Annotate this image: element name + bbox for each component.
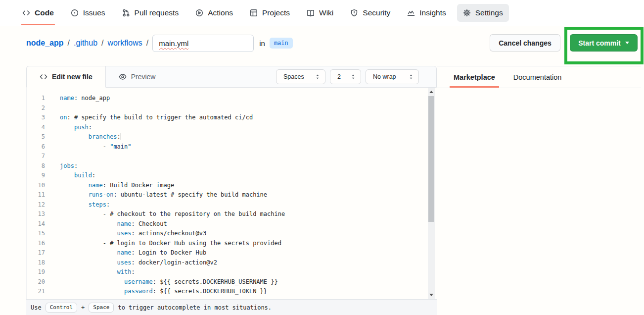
- code-line[interactable]: 19 with:: [27, 267, 437, 277]
- code-line[interactable]: 14 name: Checkout: [27, 219, 437, 229]
- editor-controls: Spaces 2 No wrap: [276, 66, 436, 87]
- nav-item-insights[interactable]: Insights: [401, 4, 452, 22]
- code-line[interactable]: 4 push:: [27, 123, 437, 133]
- text-cursor: [121, 133, 122, 140]
- start-commit-button[interactable]: Start commit: [570, 34, 638, 52]
- code-line[interactable]: 16 - # login to Docker Hub using the sec…: [27, 239, 437, 249]
- breadcrumb-workflows-link[interactable]: workflows: [108, 39, 142, 48]
- line-number: 20: [27, 277, 45, 287]
- wrap-mode-select[interactable]: No wrap: [366, 69, 419, 84]
- filename-input[interactable]: main.yml: [152, 35, 254, 52]
- control-key-badge: Control: [46, 303, 77, 313]
- code-line[interactable]: 2: [27, 104, 437, 113]
- nav-label: Security: [363, 8, 390, 17]
- code-line-text: name: Build Docker image: [60, 181, 174, 191]
- line-number: 9: [27, 171, 45, 181]
- nav-label: Actions: [208, 8, 233, 17]
- code-line-text: build:: [60, 171, 95, 181]
- issue-opened-icon: [71, 9, 79, 17]
- code-line[interactable]: 21 password: ${{ secrets.DOCKERHUB_TOKEN…: [27, 287, 437, 297]
- hint-text: to trigger autocomplete in most situatio…: [118, 304, 272, 311]
- code-line-text: steps:: [60, 200, 110, 210]
- graph-icon: [407, 9, 415, 17]
- code-line[interactable]: 12 steps:: [27, 200, 437, 210]
- scroll-up-arrow-icon[interactable]: [428, 88, 435, 96]
- tab-edit-new-file[interactable]: Edit new file: [26, 66, 106, 88]
- code-line[interactable]: 7: [27, 152, 437, 161]
- code-line-text: password: ${{ secrets.DOCKERHUB_TOKEN }}: [60, 287, 267, 297]
- code-line-text: - "main": [60, 142, 132, 152]
- line-number: 21: [27, 287, 45, 297]
- code-line[interactable]: 3on: # specify the build to trigger the …: [27, 113, 437, 123]
- up-down-arrows-icon: [350, 73, 357, 80]
- up-down-arrows-icon: [408, 73, 414, 80]
- line-number: 18: [27, 258, 45, 268]
- nav-item-actions[interactable]: Actions: [189, 4, 239, 22]
- scrollbar-thumb[interactable]: [428, 96, 434, 222]
- breadcrumb-github-link[interactable]: .github: [74, 39, 97, 48]
- nav-item-projects[interactable]: Projects: [244, 4, 296, 22]
- hint-joiner: +: [81, 304, 85, 311]
- nav-item-security[interactable]: Security: [344, 4, 396, 22]
- breadcrumb-repo-link[interactable]: node_app: [26, 39, 64, 48]
- tab-marketplace[interactable]: Marketplace: [454, 66, 495, 88]
- code-line-text: name: Login to Docker Hub: [60, 248, 206, 258]
- code-line[interactable]: 18 uses: docker/login-action@v2: [27, 258, 437, 268]
- scroll-down-arrow-icon[interactable]: [428, 291, 435, 299]
- code-line-text: uses: docker/login-action@v2: [60, 258, 217, 268]
- breadcrumb-separator: /: [146, 39, 148, 48]
- gear-icon: [463, 9, 471, 17]
- select-value: No wrap: [373, 73, 396, 80]
- nav-item-settings[interactable]: Settings: [457, 4, 509, 22]
- code-line[interactable]: 1name: node_app: [27, 94, 437, 104]
- code-line[interactable]: 5 branches:: [27, 132, 437, 142]
- code-line[interactable]: 17 name: Login to Docker Hub: [27, 248, 437, 258]
- line-number: 1: [27, 94, 45, 104]
- code-line-text: uses: actions/checkout@v3: [60, 229, 206, 239]
- nav-item-pull-requests[interactable]: Pull requests: [116, 4, 185, 22]
- breadcrumb-separator: /: [101, 39, 103, 48]
- code-line-text: name: node_app: [60, 94, 110, 104]
- code-line-text: - # login to Docker Hub using the secret…: [60, 239, 281, 249]
- up-down-arrows-icon: [314, 73, 321, 80]
- line-number: 2: [27, 104, 45, 113]
- code-line-text: runs-on: ubuntu-latest # specify the bui…: [60, 190, 267, 200]
- indent-mode-select[interactable]: Spaces: [276, 69, 325, 84]
- tab-label: Preview: [131, 73, 156, 81]
- code-line[interactable]: 11 runs-on: ubuntu-latest # specify the …: [27, 190, 437, 200]
- code-line-text: branches:: [60, 132, 121, 142]
- line-number: 16: [27, 239, 45, 249]
- repo-nav: Code Issues Pull requests Actions Projec…: [0, 0, 644, 26]
- play-icon: [195, 9, 203, 17]
- nav-item-code[interactable]: Code: [16, 4, 60, 22]
- nav-label: Code: [35, 8, 54, 17]
- eye-icon: [119, 73, 127, 81]
- tab-label: Edit new file: [52, 73, 92, 81]
- code-line[interactable]: 8jobs:: [27, 161, 437, 171]
- tab-documentation[interactable]: Documentation: [513, 66, 562, 88]
- breadcrumb-separator: /: [68, 39, 70, 48]
- autocomplete-hint-bar: Use Control + Space to trigger autocompl…: [26, 299, 437, 315]
- code-line[interactable]: 9 build:: [27, 171, 437, 181]
- line-number: 6: [27, 142, 45, 152]
- code-line[interactable]: 6 - "main": [27, 142, 437, 152]
- cancel-changes-button[interactable]: Cancel changes: [490, 34, 560, 52]
- code-line[interactable]: 13 - # checkout to the repository on the…: [27, 210, 437, 219]
- editor-scrollbar[interactable]: [428, 88, 435, 299]
- indent-size-select[interactable]: 2: [330, 69, 361, 84]
- nav-label: Pull requests: [135, 8, 179, 17]
- code-line[interactable]: 10 name: Build Docker image: [27, 181, 437, 191]
- code-line[interactable]: 20 username: ${{ secrets.DOCKERHUB_USERN…: [27, 277, 437, 287]
- file-editor: Edit new file Preview Spaces 2 No wrap 1…: [26, 66, 437, 315]
- code-line[interactable]: 15 uses: actions/checkout@v3: [27, 229, 437, 239]
- line-number: 3: [27, 113, 45, 123]
- code-lines: 1name: node_app23on: # specify the build…: [27, 94, 437, 297]
- code-line-text: push:: [60, 123, 92, 133]
- nav-item-issues[interactable]: Issues: [65, 4, 111, 22]
- tab-preview[interactable]: Preview: [106, 66, 169, 87]
- code-line-text: name: Checkout: [60, 219, 167, 229]
- nav-item-wiki[interactable]: Wiki: [301, 4, 339, 22]
- space-key-badge: Space: [89, 303, 114, 313]
- code-editor-area[interactable]: 1name: node_app23on: # specify the build…: [26, 88, 437, 299]
- in-label: in: [259, 39, 265, 48]
